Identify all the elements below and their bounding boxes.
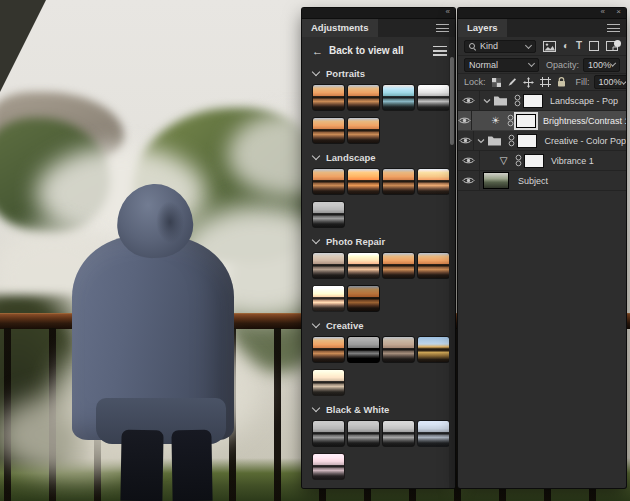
collapse-panel-icon[interactable]: « xyxy=(446,8,449,17)
type-layer-filter-icon[interactable]: T xyxy=(576,41,582,51)
preset-thumbnail[interactable] xyxy=(312,84,345,111)
fill-label: Fill: xyxy=(576,77,590,87)
preset-section: Landscape xyxy=(312,151,455,228)
visibility-eye-icon[interactable] xyxy=(458,171,480,190)
section-header[interactable]: Black & White xyxy=(312,403,455,415)
preset-thumbnail[interactable] xyxy=(312,369,345,396)
preset-thumbnail[interactable] xyxy=(312,285,345,312)
visibility-eye-icon[interactable] xyxy=(458,91,480,110)
visibility-eye-icon[interactable] xyxy=(458,151,480,170)
section-title: Landscape xyxy=(326,152,376,163)
layer-row[interactable]: ☀Brightness/Contrast 1 xyxy=(458,111,626,131)
filter-kind-value: Kind xyxy=(480,41,498,51)
preset-thumbnail[interactable] xyxy=(382,420,415,447)
lock-position-move-icon[interactable] xyxy=(523,77,534,88)
preset-thumbnail[interactable] xyxy=(312,420,345,447)
brightness-contrast-icon: ☀ xyxy=(489,115,502,126)
preset-thumbnail[interactable] xyxy=(382,336,415,363)
filter-kind-dropdown[interactable]: Kind xyxy=(464,40,536,53)
section-header[interactable]: Portraits xyxy=(312,67,455,79)
adjustment-layer-filter-icon[interactable]: ◐ xyxy=(563,41,569,51)
preset-thumbnail[interactable] xyxy=(347,252,380,279)
panel-menu-icon[interactable] xyxy=(436,24,449,32)
preset-thumbnail[interactable] xyxy=(417,336,450,363)
tab-adjustments[interactable]: Adjustments xyxy=(302,19,378,37)
preset-thumbnail[interactable] xyxy=(312,168,345,195)
lock-transparent-pixels-icon[interactable] xyxy=(492,78,501,87)
preset-grid xyxy=(312,168,450,228)
scrollbar[interactable] xyxy=(449,37,455,488)
collapse-panel-icon[interactable]: « xyxy=(601,8,604,17)
preset-thumbnail[interactable] xyxy=(347,285,380,312)
pixel-layer-filter-icon[interactable] xyxy=(543,41,556,52)
preset-thumbnail[interactable] xyxy=(347,420,380,447)
tab-layers[interactable]: Layers xyxy=(458,19,507,37)
close-icon[interactable]: × xyxy=(616,8,620,17)
filter-switch-icon[interactable] xyxy=(614,40,621,47)
preset-thumbnail[interactable] xyxy=(382,84,415,111)
layer-mask-thumbnail[interactable] xyxy=(523,94,543,108)
layer-thumbnail[interactable] xyxy=(483,172,509,189)
visibility-eye-icon[interactable] xyxy=(458,111,472,130)
opacity-field[interactable]: 100% xyxy=(583,58,620,72)
photoshop-workspace: « Adjustments ← Back to view all Portrai… xyxy=(0,0,630,501)
layer-mask-thumbnail[interactable] xyxy=(517,134,537,148)
preset-thumbnail[interactable] xyxy=(382,252,415,279)
fill-field[interactable]: 100% xyxy=(594,75,626,89)
layers-tab-row: Layers xyxy=(458,19,626,37)
blend-mode-dropdown[interactable]: Normal xyxy=(464,58,539,72)
layer-row[interactable]: Landscape - Pop xyxy=(458,91,626,111)
list-view-icon[interactable] xyxy=(433,45,447,56)
blend-mode-value: Normal xyxy=(469,60,498,70)
preset-thumbnail[interactable] xyxy=(312,336,345,363)
lock-image-pixels-brush-icon[interactable] xyxy=(507,77,517,87)
panel-menu-icon[interactable] xyxy=(607,24,620,32)
preset-thumbnail[interactable] xyxy=(417,168,450,195)
chevron-down-icon xyxy=(312,236,320,244)
preset-thumbnail[interactable] xyxy=(347,84,380,111)
layer-row[interactable]: ▽Vibrance 1 xyxy=(458,151,626,171)
opacity-value: 100% xyxy=(588,60,611,70)
preset-thumbnail[interactable] xyxy=(312,117,345,144)
layer-mask-thumbnail[interactable] xyxy=(524,154,544,168)
adjustments-content: ← Back to view all PortraitsLandscapePho… xyxy=(302,37,455,488)
section-header[interactable]: Photo Repair xyxy=(312,235,455,247)
layer-mask-thumbnail[interactable] xyxy=(516,114,536,128)
preset-grid xyxy=(312,420,450,480)
group-expand-chevron-icon[interactable] xyxy=(483,98,491,104)
section-title: Black & White xyxy=(326,404,389,415)
preset-thumbnail[interactable] xyxy=(312,453,345,480)
lock-artboard-icon[interactable] xyxy=(540,77,551,87)
layers-panel: « × Layers Kind ◐ T xyxy=(458,8,626,488)
preset-section: Black & White xyxy=(312,403,455,480)
section-header[interactable]: Landscape xyxy=(312,151,455,163)
chevron-down-icon xyxy=(525,41,532,48)
lock-all-padlock-icon[interactable] xyxy=(557,77,566,87)
preset-thumbnail[interactable] xyxy=(347,168,380,195)
preset-thumbnail[interactable] xyxy=(417,252,450,279)
visibility-eye-icon[interactable] xyxy=(458,131,474,150)
adjustments-sections: PortraitsLandscapePhoto RepairCreativeBl… xyxy=(302,67,455,488)
preset-thumbnail[interactable] xyxy=(417,84,450,111)
panel-topbar: « xyxy=(302,8,455,19)
scrollbar-thumb[interactable] xyxy=(450,57,454,145)
preset-thumbnail[interactable] xyxy=(312,252,345,279)
back-to-view-all-button[interactable]: ← Back to view all xyxy=(302,37,455,60)
adjustments-panel: « Adjustments ← Back to view all Portrai… xyxy=(302,8,455,488)
chevron-down-icon xyxy=(312,320,320,328)
section-header[interactable]: Cinematic xyxy=(312,487,455,488)
preset-thumbnail[interactable] xyxy=(417,420,450,447)
section-header[interactable]: Creative xyxy=(312,319,455,331)
layer-row[interactable]: Creative - Color Pop xyxy=(458,131,626,151)
preset-thumbnail[interactable] xyxy=(347,117,380,144)
fill-value: 100% xyxy=(599,77,622,87)
panel-topbar: « × xyxy=(458,8,626,19)
person-leg xyxy=(120,430,163,501)
preset-thumbnail[interactable] xyxy=(312,201,345,228)
group-expand-chevron-icon[interactable] xyxy=(477,138,485,144)
preset-section: Creative xyxy=(312,319,455,396)
layer-row[interactable]: Subject xyxy=(458,171,626,191)
preset-thumbnail[interactable] xyxy=(347,336,380,363)
shape-layer-filter-icon[interactable] xyxy=(589,41,599,51)
preset-thumbnail[interactable] xyxy=(382,168,415,195)
